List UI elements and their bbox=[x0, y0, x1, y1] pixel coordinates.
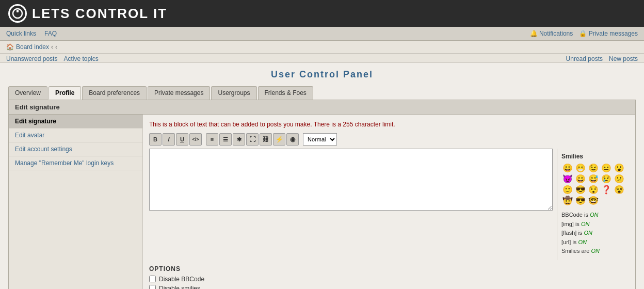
bold-button[interactable]: B bbox=[149, 133, 162, 146]
unread-posts-link[interactable]: Unread posts bbox=[566, 55, 603, 62]
breadcrumb: 🏠 Board index ‹ ‹ bbox=[0, 41, 644, 54]
main-panel: This is a block of text that can be adde… bbox=[143, 115, 635, 289]
board-index-link[interactable]: Board index bbox=[16, 43, 49, 51]
smiley-16[interactable]: 🤠 bbox=[561, 196, 573, 205]
disable-bbcode-row: Disable BBCode bbox=[149, 276, 629, 283]
font-size-select[interactable]: Tiny Small Normal Large Huge bbox=[303, 133, 337, 146]
smiley-18[interactable]: 🤓 bbox=[587, 196, 599, 205]
disable-smilies-label[interactable]: Disable smilies bbox=[159, 285, 200, 289]
italic-button[interactable]: I bbox=[163, 133, 175, 146]
top-nav-right: 🔔 Notifications 🔒 Private messages bbox=[530, 30, 638, 37]
bell-icon: 🔔 bbox=[530, 30, 538, 37]
smiley-4[interactable]: 😐 bbox=[600, 163, 612, 173]
sidebar-item-edit-signature[interactable]: Edit signature bbox=[9, 115, 142, 129]
private-messages-link[interactable]: 🔒 Private messages bbox=[579, 30, 638, 37]
editor-info-text: This is a block of text that can be adde… bbox=[149, 121, 629, 128]
sub-nav: Unanswered posts Active topics Unread po… bbox=[0, 54, 644, 63]
smilies-grid: 😀 😁 😉 😐 😮 😈 😄 😅 😢 😕 🙂 😎 bbox=[561, 163, 625, 205]
list-bullet-button[interactable]: ≡ bbox=[206, 133, 218, 146]
bbcode-status: BBCode is ON bbox=[561, 211, 625, 220]
faq-link[interactable]: FAQ bbox=[44, 30, 57, 37]
smilies-panel: Smilies 😀 😁 😉 😐 😮 😈 😄 😅 😢 😕 bbox=[557, 149, 629, 260]
disable-smilies-row: Disable smilies bbox=[149, 285, 629, 289]
color-button[interactable]: ◉ bbox=[286, 133, 299, 146]
content-wrapper: Edit signature Edit signature Edit avata… bbox=[8, 100, 636, 289]
disable-bbcode-checkbox[interactable] bbox=[149, 276, 156, 282]
options-section: OPTIONS Disable BBCode Disable smilies bbox=[149, 265, 629, 289]
svg-rect-1 bbox=[17, 10, 19, 12]
sidebar-item-edit-account-settings[interactable]: Edit account settings bbox=[9, 142, 142, 156]
breadcrumb-sep-1: ‹ bbox=[51, 43, 53, 51]
smiley-11[interactable]: 🙂 bbox=[561, 185, 573, 195]
tabs: Overview Profile Board preferences Priva… bbox=[8, 86, 636, 100]
smiley-15[interactable]: 😵 bbox=[613, 185, 625, 195]
new-posts-link[interactable]: New posts bbox=[609, 55, 638, 62]
smiley-2[interactable]: 😁 bbox=[574, 163, 586, 173]
sidebar-item-manage-login-keys[interactable]: Manage "Remember Me" login keys bbox=[9, 156, 142, 170]
textarea-wrapper bbox=[149, 149, 553, 260]
quicklinks-link[interactable]: Quick links bbox=[6, 30, 36, 37]
content-header: Edit signature bbox=[9, 100, 635, 115]
top-nav-left: Quick links FAQ bbox=[6, 30, 57, 37]
editor-row: Smilies 😀 😁 😉 😐 😮 😈 😄 😅 😢 😕 bbox=[149, 149, 629, 260]
envelope-icon: 🔒 bbox=[579, 30, 587, 37]
tab-private-messages[interactable]: Private messages bbox=[148, 86, 210, 100]
sub-nav-right: Unread posts New posts bbox=[566, 55, 638, 62]
notifications-link[interactable]: 🔔 Notifications bbox=[530, 30, 573, 37]
disable-smilies-checkbox[interactable] bbox=[149, 285, 156, 289]
options-title: OPTIONS bbox=[149, 265, 629, 272]
home-icon: 🏠 bbox=[6, 43, 14, 51]
bbcode-info: BBCode is ON [img] is ON [flash] is ON [… bbox=[561, 211, 625, 256]
smiley-9[interactable]: 😢 bbox=[600, 174, 612, 184]
smiley-1[interactable]: 😀 bbox=[561, 163, 573, 173]
page-title: User Control Panel bbox=[8, 69, 636, 80]
star-button[interactable]: ✱ bbox=[233, 133, 245, 146]
url-status: [url] is ON bbox=[561, 238, 625, 247]
breadcrumb-sep-2: ‹ bbox=[55, 43, 57, 51]
tab-board-preferences[interactable]: Board preferences bbox=[82, 86, 147, 100]
lightning-button[interactable]: ⚡ bbox=[273, 133, 285, 146]
code-button[interactable]: </> bbox=[189, 133, 202, 146]
editor-toolbar: B I U </> ≡ ☰ ✱ ⛶ ⛓ ⚡ ◉ Tiny Small bbox=[149, 133, 629, 146]
sub-nav-left: Unanswered posts Active topics bbox=[6, 55, 99, 62]
tab-friends-foes[interactable]: Friends & Foes bbox=[258, 86, 313, 100]
smiley-8[interactable]: 😅 bbox=[587, 174, 599, 184]
smilies-status: Smilies are ON bbox=[561, 247, 625, 256]
smiley-10[interactable]: 😕 bbox=[613, 174, 625, 184]
active-topics-link[interactable]: Active topics bbox=[63, 55, 98, 62]
img-status: [img] is ON bbox=[561, 220, 625, 229]
sidebar-item-edit-avatar[interactable]: Edit avatar bbox=[9, 129, 142, 142]
smiley-12[interactable]: 😎 bbox=[574, 185, 586, 195]
image-button[interactable]: ⛶ bbox=[246, 133, 259, 146]
top-nav: Quick links FAQ 🔔 Notifications 🔒 Privat… bbox=[0, 27, 644, 41]
tab-usergroups[interactable]: Usergroups bbox=[211, 86, 256, 100]
site-header: LETS CONTROL IT bbox=[0, 0, 644, 27]
disable-bbcode-label[interactable]: Disable BBCode bbox=[159, 276, 204, 283]
site-title: LETS CONTROL IT bbox=[32, 6, 167, 22]
underline-button[interactable]: U bbox=[176, 133, 188, 146]
flash-status: [flash] is ON bbox=[561, 229, 625, 238]
list-ordered-button[interactable]: ☰ bbox=[219, 133, 232, 146]
signature-textarea[interactable] bbox=[149, 149, 553, 211]
unanswered-posts-link[interactable]: Unanswered posts bbox=[6, 55, 57, 62]
smiley-14[interactable]: ❓ bbox=[600, 185, 612, 195]
logo-icon bbox=[8, 4, 27, 23]
tab-profile[interactable]: Profile bbox=[49, 86, 81, 100]
site-logo: LETS CONTROL IT bbox=[8, 4, 167, 23]
two-col-layout: Edit signature Edit avatar Edit account … bbox=[9, 115, 635, 289]
smiley-6[interactable]: 😈 bbox=[561, 174, 573, 184]
smiley-7[interactable]: 😄 bbox=[574, 174, 586, 184]
smiley-13[interactable]: 😯 bbox=[587, 185, 599, 195]
link-button[interactable]: ⛓ bbox=[260, 133, 272, 146]
smiley-17[interactable]: 😎 bbox=[574, 196, 586, 205]
smiley-5[interactable]: 😮 bbox=[613, 163, 625, 173]
smiley-3[interactable]: 😉 bbox=[587, 163, 599, 173]
smilies-title: Smilies bbox=[561, 153, 625, 160]
sidebar: Edit signature Edit avatar Edit account … bbox=[9, 115, 143, 289]
main-content: User Control Panel Overview Profile Boar… bbox=[0, 63, 644, 289]
tab-overview[interactable]: Overview bbox=[8, 86, 47, 100]
